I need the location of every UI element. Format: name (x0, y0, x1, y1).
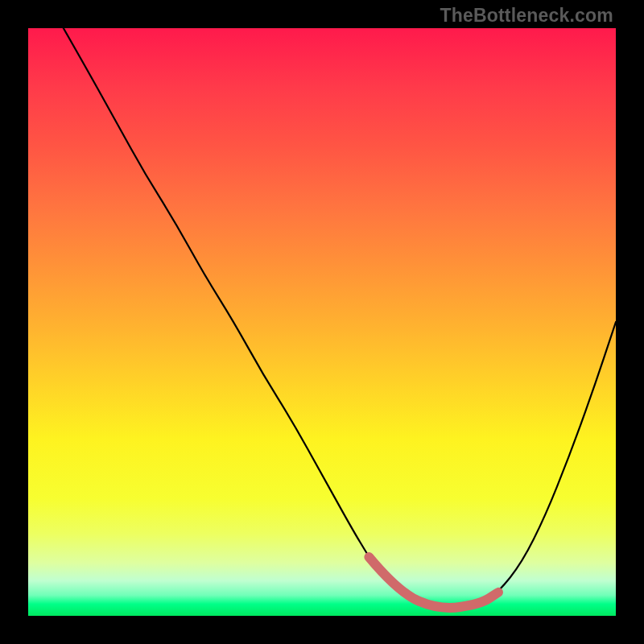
optimal-range-highlight (369, 557, 498, 608)
chart-frame (28, 28, 616, 616)
attribution-text: TheBottleneck.com (440, 5, 613, 27)
chart-svg (28, 28, 616, 616)
bottleneck-curve (64, 28, 616, 610)
